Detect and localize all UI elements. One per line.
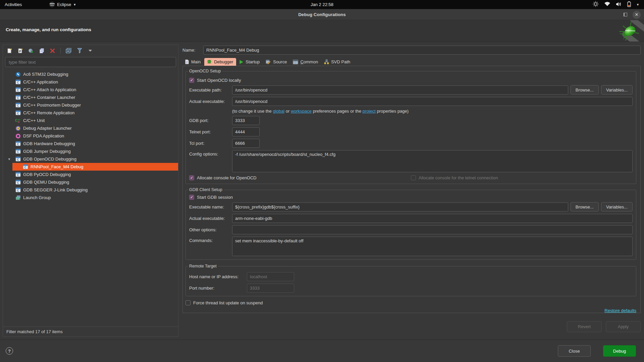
config-options-textarea[interactable]: -f /usr/share/openocd/scripts/board/st_n… <box>232 150 633 172</box>
filter-icon[interactable] <box>76 47 83 54</box>
tree-item-ac6-stm32-debugging[interactable]: Ac6 STM32 Debugging <box>3 70 178 78</box>
variables-button[interactable]: Variables... <box>601 85 633 95</box>
activities-button[interactable]: Activities <box>0 2 26 7</box>
debug-button[interactable]: Debug <box>603 345 636 357</box>
allocate-telnet-console-row: Allocate console for the telnet connecti… <box>411 175 633 180</box>
restore-defaults-link[interactable]: Restore defaults <box>604 308 636 313</box>
chevron-down-icon: ▼ <box>73 3 76 6</box>
start-openocd-checkbox-row[interactable]: ✓ Start OpenOCD locally <box>189 78 633 83</box>
tree-item-c-c-application[interactable]: CC/C++ Application <box>3 78 178 86</box>
note-text: preferences pages or the <box>312 109 363 114</box>
tab-svd-path[interactable]: SVD Path <box>322 58 353 66</box>
global-link[interactable]: global <box>273 109 284 114</box>
start-openocd-checkbox[interactable]: ✓ <box>189 78 194 83</box>
apply-button[interactable]: Apply <box>606 321 641 332</box>
tree-item-debug-adapter-launcher[interactable]: Debug Adapter Launcher <box>3 124 178 132</box>
chevron-down-icon: ▼ <box>636 3 639 6</box>
dialog-title: Debug Configurations <box>298 12 346 17</box>
filter-menu-icon[interactable] <box>87 47 94 54</box>
tab-label: SVD Path <box>331 59 350 64</box>
cunit-type-icon: C++u <box>15 118 21 123</box>
executable-path-input[interactable] <box>232 85 568 95</box>
dsf-type-icon <box>15 133 21 139</box>
tree-item-gdb-jumper-debugging[interactable]: CGDB Jumper Debugging <box>3 147 178 155</box>
tab-source[interactable]: Source <box>263 58 290 66</box>
tree-item-c-c-attach-to-application[interactable]: CC/C++ Attach to Application <box>3 86 178 94</box>
tree-item-label: C/C++ Postmortem Debugger <box>23 103 81 108</box>
tab-main[interactable]: Main <box>182 58 204 66</box>
revert-button[interactable]: Revert <box>567 321 602 332</box>
tree-item-label: C/C++ Container Launcher <box>23 95 75 100</box>
start-gdb-session-checkbox[interactable]: ✓ <box>189 195 194 200</box>
tree-item-label: DSF PDA Application <box>23 133 64 138</box>
tree-item-gdb-hardware-debugging[interactable]: CGDB Hardware Debugging <box>3 140 178 147</box>
tree-item-label: GDB QEMU Debugging <box>23 180 69 185</box>
tree-item-gdb-qemu-debugging[interactable]: CGDB QEMU Debugging <box>3 178 178 186</box>
force-thread-checkbox[interactable] <box>185 300 191 305</box>
new-prototype-icon[interactable]: P <box>16 47 24 54</box>
actual-executable-input[interactable] <box>232 97 633 106</box>
commands-textarea[interactable]: set mem inaccessible-by-default off <box>232 237 633 256</box>
browse-button[interactable]: Browse... <box>571 85 599 95</box>
clock[interactable]: Jan 2 22:58 <box>0 2 644 7</box>
allocate-openocd-console-row[interactable]: ✓ Allocate console for OpenOCD <box>189 175 411 180</box>
dal-type-icon <box>15 126 21 131</box>
gdb-port-input[interactable] <box>232 116 260 125</box>
tab-debugger[interactable]: Debugger <box>204 58 236 66</box>
start-gdb-session-row[interactable]: ✓ Start GDB session <box>189 195 633 200</box>
openocd-setup-legend: OpenOCD Setup <box>188 69 222 73</box>
delete-icon[interactable] <box>49 47 56 54</box>
force-thread-row[interactable]: Force thread list update on suspend <box>185 300 636 305</box>
tree-item-dsf-pda-application[interactable]: DSF PDA Application <box>3 132 178 140</box>
tree-item-gdb-openocd-debugging[interactable]: ▼CGDB OpenOCD Debugging <box>3 155 178 163</box>
tree-item-rnnpool-face-m4-debug[interactable]: CRNNPool_Face_M4 Debug <box>3 163 178 171</box>
executable-name-input[interactable] <box>232 202 568 212</box>
collapse-all-icon[interactable] <box>65 47 72 54</box>
expander-icon[interactable]: ▼ <box>8 158 11 161</box>
preferences-note: (to change it use the global or workspac… <box>232 109 633 114</box>
force-thread-label: Force thread list update on suspend <box>193 300 263 305</box>
system-top-bar: Activities Eclipse ▼ Jan 2 22:58 ▼ <box>0 0 644 9</box>
export-configurations-icon[interactable] <box>27 47 35 54</box>
project-link[interactable]: project <box>363 109 376 114</box>
tree-item-c-c-container-launcher[interactable]: CC/C++ Container Launcher <box>3 94 178 101</box>
tree-item-c-c-postmortem-debugger[interactable]: CC/C++ Postmortem Debugger <box>3 101 178 109</box>
tree-item-gdb-pyocd-debugging[interactable]: CGDB PyOCD Debugging <box>3 171 178 178</box>
name-input[interactable] <box>203 46 641 55</box>
close-button[interactable]: Close <box>558 345 591 357</box>
variables-button[interactable]: Variables... <box>601 202 633 212</box>
tab-common[interactable]: Common <box>290 58 321 66</box>
tree-item-label: Debug Adapter Launcher <box>23 126 72 131</box>
duplicate-icon[interactable] <box>38 47 45 54</box>
other-options-input[interactable] <box>232 225 633 234</box>
allocate-openocd-console-checkbox[interactable]: ✓ <box>189 175 194 180</box>
workspace-link[interactable]: workspace <box>291 109 312 114</box>
group-type-icon <box>15 195 21 200</box>
browse-button[interactable]: Browse... <box>571 202 599 212</box>
svg-text:C: C <box>24 165 26 169</box>
gdb-actual-executable-input[interactable] <box>232 214 633 223</box>
tab-startup[interactable]: Startup <box>237 58 263 66</box>
gdb-client-legend: GDB Client Setup <box>188 187 224 192</box>
c-type-icon: C <box>15 187 21 193</box>
window-close-button[interactable]: ✕ <box>633 11 641 19</box>
system-tray[interactable]: ▼ <box>593 1 644 8</box>
maximize-button[interactable] <box>624 13 627 16</box>
telnet-port-input[interactable] <box>232 127 260 136</box>
filter-input[interactable] <box>5 57 176 67</box>
bug-tab-icon <box>207 59 212 64</box>
app-menu[interactable]: Eclipse ▼ <box>49 2 76 7</box>
tcl-port-input[interactable] <box>232 139 260 148</box>
tree-item-gdb-segger-j-link-debugging[interactable]: CGDB SEGGER J-Link Debugging <box>3 186 178 194</box>
tree-item-c-c-remote-application[interactable]: CC/C++ Remote Application <box>3 109 178 117</box>
help-button[interactable]: ? <box>6 347 13 355</box>
new-configuration-icon[interactable] <box>6 47 13 54</box>
tree-item-c-c-unit[interactable]: C++uC/C++ Unit <box>3 117 178 124</box>
tree-item-label: GDB PyOCD Debugging <box>23 172 71 177</box>
c-type-icon: C <box>15 95 21 100</box>
svg-text:C: C <box>17 173 19 177</box>
tree-item-launch-group[interactable]: Launch Group <box>3 194 178 201</box>
configuration-tree: Ac6 STM32 DebuggingCC/C++ ApplicationCC/… <box>3 69 178 326</box>
tree-item-label: C/C++ Remote Application <box>23 110 74 115</box>
tree-item-label: C/C++ Attach to Application <box>23 87 76 92</box>
